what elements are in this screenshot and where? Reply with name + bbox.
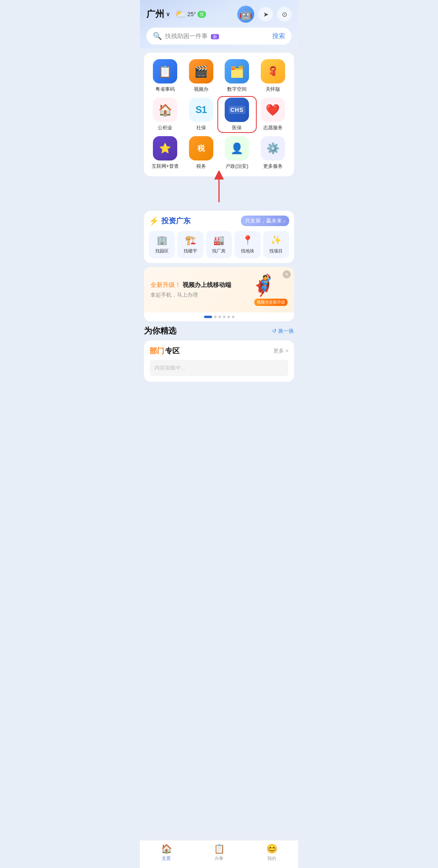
huzhen-icon: 👤 [225, 136, 249, 160]
hulian-label: 互联网+督查 [152, 163, 179, 170]
digital-label: 数字空间 [227, 86, 247, 93]
video-icon: 🎬 [189, 59, 213, 83]
invest-yuanqu[interactable]: 🏢 找园区 [149, 231, 175, 258]
service-care[interactable]: 🧣 关怀版 [255, 59, 291, 93]
service-zhiyuan[interactable]: ❤️ 志愿服务 [255, 98, 291, 131]
yibao-icon: CHS [225, 98, 249, 122]
yueshima-label: 粤省事码 [155, 86, 175, 93]
header-actions: 🤖 ➤ ⊙ [237, 6, 292, 23]
banner-dot-1[interactable] [204, 316, 212, 318]
invest-dikuai[interactable]: 📍 找地块 [234, 231, 260, 258]
service-shuiwu[interactable]: 税 税务 [183, 136, 219, 170]
changfang-label: 找厂房 [212, 248, 225, 254]
yibao-label: 医保 [232, 124, 242, 131]
refresh-button[interactable]: ↺ 换一换 [272, 327, 294, 335]
banner-section: 全新升级！ 视频办上线移动端 拿起手机，马上办理 🦸 视频办全新升级 ✕ [144, 267, 294, 321]
zhiyuan-label: 志愿服务 [263, 124, 283, 131]
more-icon: ⚙️ [261, 136, 285, 160]
banner-highlight: 全新升级！ [150, 281, 181, 288]
banner-dot-6[interactable] [232, 316, 234, 318]
louyu-label: 找楼宇 [184, 248, 197, 254]
scan-button[interactable]: ⊙ [277, 7, 292, 21]
camera-icon: ⊙ [282, 11, 287, 18]
banner-inner[interactable]: 全新升级！ 视频办上线移动端 拿起手机，马上办理 🦸 视频办全新升级 [144, 267, 294, 312]
shebao-icon: S1 [189, 98, 213, 122]
header: 广州 ∨ ⛅ 25° 优 🤖 ➤ ⊙ 🔍 扶残助困一件事 新 [140, 0, 298, 49]
search-icon: 🔍 [153, 32, 162, 41]
service-digital[interactable]: 🗂️ 数字空间 [219, 59, 255, 93]
banner-dot-3[interactable] [219, 316, 221, 318]
investment-slogan[interactable]: 共发展，赢未来 › [241, 216, 289, 226]
refresh-icon: ↺ [272, 328, 277, 334]
service-grid-section: 📋 粤省事码 🎬 视频办 🗂️ 数字空间 🧣 关怀版 🏠 [144, 53, 294, 176]
huzhen-label: 户政(治安) [225, 163, 248, 170]
service-gongjijin[interactable]: 🏠 公积金 [147, 98, 183, 131]
service-huzhen[interactable]: 👤 户政(治安) [219, 136, 255, 170]
gongjijin-label: 公积金 [158, 124, 172, 131]
service-yueshima[interactable]: 📋 粤省事码 [147, 59, 183, 93]
avatar-button[interactable]: 🤖 [237, 6, 254, 23]
yueshima-icon: 📋 [153, 59, 177, 83]
zhiyuan-icon: ❤️ [261, 98, 285, 122]
video-label: 视频办 [194, 86, 208, 93]
invest-xiangmu[interactable]: ✨ 找项目 [263, 231, 289, 258]
invest-changfang[interactable]: 🏭 找厂房 [206, 231, 232, 258]
navigation-button[interactable]: ➤ [258, 7, 273, 21]
location-selector[interactable]: 广州 ∨ [146, 8, 170, 20]
featured-title: 为你精选 [144, 325, 176, 336]
weather-temp: 25° [187, 11, 196, 17]
yuanqu-icon: 🏢 [157, 235, 167, 246]
department-content: 内容加载中... [150, 360, 288, 376]
service-more[interactable]: ⚙️ 更多服务 [255, 136, 291, 170]
avatar-icon: 🤖 [239, 8, 252, 21]
department-header: 部门 专区 更多 > [150, 346, 288, 356]
service-video[interactable]: 🎬 视频办 [183, 59, 219, 93]
department-more-button[interactable]: 更多 > [273, 347, 288, 355]
search-bar[interactable]: 🔍 扶残助困一件事 新 搜索 [146, 28, 292, 45]
dikuai-icon: 📍 [242, 235, 253, 246]
weather-quality: 优 [198, 11, 206, 18]
chevron-down-icon: ∨ [166, 11, 170, 17]
banner-dot-5[interactable] [228, 316, 230, 318]
search-button[interactable]: 搜索 [272, 32, 285, 41]
banner-title-bold: 视频办上线移动端 [182, 281, 231, 288]
featured-section: 为你精选 ↺ 换一换 部门 专区 更多 > 内容加载中... [144, 325, 294, 382]
department-section: 部门 专区 更多 > 内容加载中... [144, 340, 294, 382]
department-title: 部门 专区 [150, 346, 180, 356]
service-shebao[interactable]: S1 社保 [183, 98, 219, 131]
icon-grid: 📋 粤省事码 🎬 视频办 🗂️ 数字空间 🧣 关怀版 🏠 [147, 59, 291, 170]
yuanqu-label: 找园区 [155, 248, 169, 254]
dikuai-label: 找地块 [241, 248, 254, 254]
banner-image: 🦸 视频办全新升级 [239, 274, 288, 306]
banner-tag: 视频办全新升级 [254, 299, 288, 306]
gongjijin-icon: 🏠 [153, 98, 177, 122]
banner-title: 全新升级！ 视频办上线移动端 [150, 281, 231, 289]
chevron-right-icon: › [283, 218, 285, 224]
changfang-icon: 🏭 [213, 235, 224, 246]
banner-text: 全新升级！ 视频办上线移动端 拿起手机，马上办理 [150, 281, 231, 299]
shuiwu-icon: 税 [189, 136, 213, 160]
navigation-icon: ➤ [263, 11, 268, 18]
investment-header: ⚡ 投资广东 共发展，赢未来 › [149, 216, 289, 226]
care-icon: 🧣 [261, 59, 285, 83]
investment-section: ⚡ 投资广东 共发展，赢未来 › 🏢 找园区 🏗️ 找楼宇 🏭 找厂房 📍 找地… [144, 211, 294, 263]
banner-close-button[interactable]: ✕ [283, 270, 291, 278]
header-top: 广州 ∨ ⛅ 25° 优 🤖 ➤ ⊙ [146, 6, 292, 23]
digital-icon: 🗂️ [225, 59, 249, 83]
banner-dot-4[interactable] [223, 316, 225, 318]
banner-dot-2[interactable] [214, 316, 217, 318]
shebao-label: 社保 [196, 124, 206, 131]
service-yibao[interactable]: CHS 医保 [219, 98, 255, 131]
banner-subtitle: 拿起手机，马上办理 [150, 291, 231, 299]
location-text: 广州 [146, 8, 164, 20]
invest-louyu[interactable]: 🏗️ 找楼宇 [177, 231, 203, 258]
investment-title: ⚡ 投资广东 [149, 216, 191, 226]
banner-dots [144, 312, 294, 321]
featured-header: 为你精选 ↺ 换一换 [144, 325, 294, 336]
xiangmu-label: 找项目 [269, 248, 283, 254]
search-new-badge: 新 [211, 34, 219, 39]
service-hulian[interactable]: ⭐ 互联网+督查 [147, 136, 183, 170]
weather-icon: ⛅ [175, 9, 186, 19]
louyu-icon: 🏗️ [185, 235, 196, 246]
search-placeholder-text: 扶残助困一件事 新 [165, 32, 269, 40]
